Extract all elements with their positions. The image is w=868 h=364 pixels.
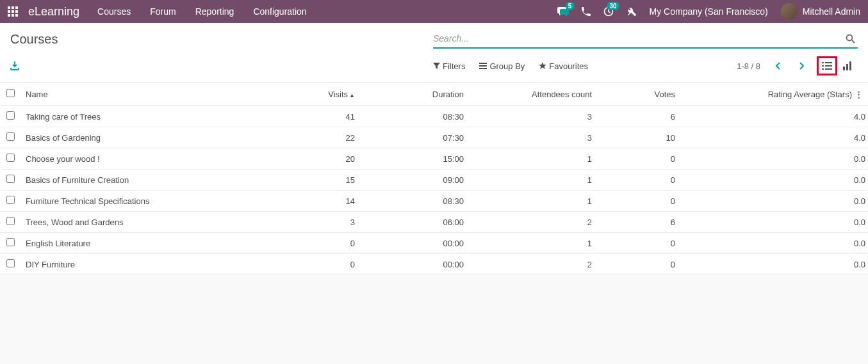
- svg-line-2: [852, 40, 855, 43]
- cell-rating: 0.0: [680, 170, 868, 191]
- svg-rect-10: [822, 68, 824, 70]
- svg-rect-7: [825, 62, 832, 63]
- svg-rect-13: [846, 64, 848, 70]
- messaging-badge: 5: [566, 2, 575, 10]
- activity-badge: 30: [607, 2, 619, 10]
- svg-rect-3: [479, 63, 487, 64]
- svg-rect-8: [822, 65, 824, 67]
- cell-votes: 0: [597, 148, 680, 170]
- apps-icon[interactable]: [8, 6, 19, 17]
- table-row[interactable]: DIY Furniture000:00200.0: [0, 254, 868, 275]
- col-duration[interactable]: Duration: [360, 83, 469, 106]
- cell-visits: 3: [264, 212, 360, 233]
- table-row[interactable]: Trees, Wood and Gardens306:00260.0: [0, 212, 868, 233]
- col-rating[interactable]: Rating Average (Stars)⋮: [680, 83, 868, 106]
- row-checkbox[interactable]: [6, 175, 15, 183]
- columns-toggle-icon[interactable]: ⋮: [852, 90, 865, 99]
- cell-attendees: 3: [469, 127, 597, 148]
- cell-visits: 22: [264, 127, 360, 148]
- tools-icon[interactable]: [626, 6, 637, 17]
- avatar: [781, 3, 798, 20]
- cell-rating: 4.0: [680, 127, 868, 148]
- brand-title[interactable]: eLearning: [28, 5, 79, 19]
- nav-menu: Courses Forum Reporting Configuration: [97, 6, 307, 17]
- cell-votes: 0: [597, 254, 680, 275]
- nav-reporting[interactable]: Reporting: [195, 6, 234, 17]
- row-checkbox[interactable]: [6, 238, 15, 246]
- svg-rect-5: [479, 68, 487, 69]
- cell-visits: 41: [264, 106, 360, 127]
- cell-attendees: 1: [469, 233, 597, 254]
- cell-duration: 08:30: [360, 106, 469, 127]
- user-menu[interactable]: Mitchell Admin: [781, 3, 860, 20]
- page-title: Courses: [10, 32, 433, 47]
- table-row[interactable]: Basics of Furniture Creation1509:00100.0: [0, 170, 868, 191]
- table-row[interactable]: English Literature000:00100.0: [0, 233, 868, 254]
- row-checkbox[interactable]: [6, 154, 15, 162]
- courses-table: Name Visits▲ Duration Attendees count Vo…: [0, 83, 868, 275]
- cell-duration: 06:00: [360, 212, 469, 233]
- svg-rect-9: [825, 65, 832, 67]
- nav-forum[interactable]: Forum: [150, 6, 176, 17]
- filter-icon: [433, 63, 440, 70]
- select-all-checkbox[interactable]: [6, 89, 15, 97]
- cell-duration: 09:00: [360, 170, 469, 191]
- col-name[interactable]: Name: [20, 83, 264, 106]
- favourites-button[interactable]: Favourites: [539, 61, 588, 71]
- cell-votes: 0: [597, 191, 680, 212]
- table-row[interactable]: Basics of Gardening2207:303104.0: [0, 127, 868, 148]
- pager[interactable]: 1-8 / 8: [737, 61, 760, 71]
- row-checkbox[interactable]: [6, 111, 15, 120]
- groupby-button[interactable]: Group By: [479, 61, 525, 71]
- view-graph-button[interactable]: [837, 56, 858, 75]
- search-input[interactable]: [433, 31, 843, 46]
- sort-asc-icon: ▲: [349, 92, 355, 99]
- graph-view-icon: [842, 61, 853, 70]
- col-votes[interactable]: Votes: [597, 83, 680, 106]
- cell-rating: 0.0: [680, 212, 868, 233]
- list-icon: [479, 63, 487, 69]
- col-attendees[interactable]: Attendees count: [469, 83, 597, 106]
- cell-name: Basics of Furniture Creation: [20, 170, 264, 191]
- messaging-icon[interactable]: 5: [557, 6, 569, 17]
- table-row[interactable]: Furniture Technical Specifications1408:3…: [0, 191, 868, 212]
- table-row[interactable]: Taking care of Trees4108:30364.0: [0, 106, 868, 127]
- pager-prev[interactable]: [771, 59, 786, 72]
- row-checkbox[interactable]: [6, 196, 15, 204]
- cell-visits: 0: [264, 254, 360, 275]
- cell-name: DIY Furniture: [20, 254, 264, 275]
- cell-duration: 00:00: [360, 233, 469, 254]
- cell-duration: 07:30: [360, 127, 469, 148]
- user-name: Mitchell Admin: [803, 6, 860, 17]
- cell-duration: 15:00: [360, 148, 469, 170]
- nav-configuration[interactable]: Configuration: [253, 6, 306, 17]
- company-name[interactable]: My Company (San Francisco): [650, 6, 768, 17]
- nav-courses[interactable]: Courses: [97, 6, 131, 17]
- table-row[interactable]: Choose your wood !2015:00100.0: [0, 148, 868, 170]
- activity-icon[interactable]: 30: [603, 6, 614, 17]
- cell-rating: 0.0: [680, 254, 868, 275]
- view-list-button[interactable]: [817, 56, 837, 75]
- row-checkbox[interactable]: [6, 259, 15, 267]
- star-icon: [539, 62, 546, 70]
- cell-attendees: 1: [469, 191, 597, 212]
- groupby-label: Group By: [489, 61, 525, 71]
- row-checkbox[interactable]: [6, 132, 15, 141]
- col-visits[interactable]: Visits▲: [264, 83, 360, 106]
- cell-visits: 15: [264, 170, 360, 191]
- cell-rating: 4.0: [680, 106, 868, 127]
- phone-icon[interactable]: [582, 7, 591, 16]
- search-icon[interactable]: [843, 34, 858, 44]
- cell-name: English Literature: [20, 233, 264, 254]
- pager-next[interactable]: [794, 59, 809, 72]
- filters-button[interactable]: Filters: [433, 61, 465, 71]
- table-header-row: Name Visits▲ Duration Attendees count Vo…: [0, 83, 868, 106]
- cell-duration: 00:00: [360, 254, 469, 275]
- search-bar[interactable]: [433, 29, 858, 49]
- svg-rect-12: [843, 67, 845, 70]
- row-checkbox[interactable]: [6, 217, 15, 225]
- export-icon[interactable]: [10, 61, 433, 70]
- cell-attendees: 2: [469, 212, 597, 233]
- cell-attendees: 3: [469, 106, 597, 127]
- svg-rect-11: [825, 68, 832, 70]
